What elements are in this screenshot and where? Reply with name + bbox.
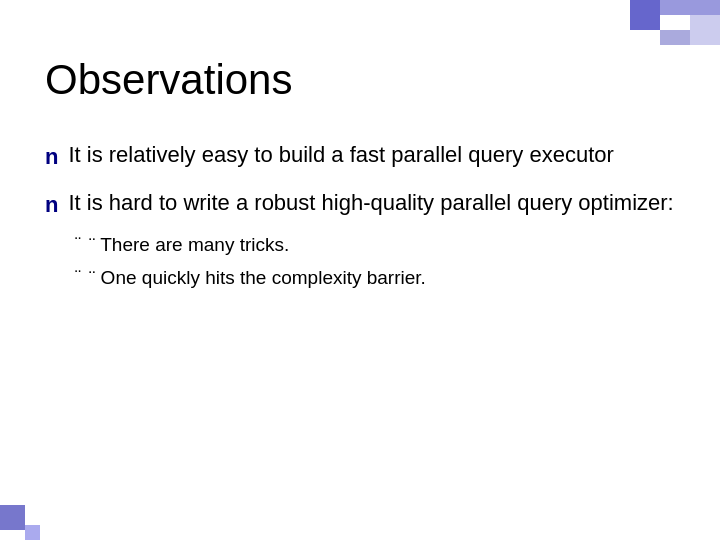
bullet-item-1: n It is relatively easy to build a fast … — [45, 140, 675, 172]
sub-bullet-list: ¨ ¨ There are many tricks. ¨ ¨ One quick… — [75, 232, 426, 299]
bullet-item-2: n It is hard to write a robust high-qual… — [45, 188, 675, 299]
bullet-text-2: It is hard to write a robust high-qualit… — [68, 188, 673, 218]
slide-content: Observations n It is relatively easy to … — [0, 0, 720, 540]
sub-bullet-item-2: ¨ ¨ One quickly hits the complexity barr… — [75, 265, 426, 291]
bullet-marker-1: n — [45, 142, 58, 172]
sub-bullet-text-2: ¨ One quickly hits the complexity barrie… — [89, 265, 426, 291]
sub-bullet-marker-1: ¨ — [75, 232, 81, 256]
sub-bullet-text-1: ¨ There are many tricks. — [89, 232, 289, 258]
sub-bullet-item-1: ¨ ¨ There are many tricks. — [75, 232, 426, 258]
sub-bullet-marker-2: ¨ — [75, 265, 81, 289]
bullet-marker-2: n — [45, 190, 58, 220]
bullet-list: n It is relatively easy to build a fast … — [45, 140, 675, 299]
bullet-text-1: It is relatively easy to build a fast pa… — [68, 140, 613, 170]
slide-title: Observations — [45, 55, 675, 105]
